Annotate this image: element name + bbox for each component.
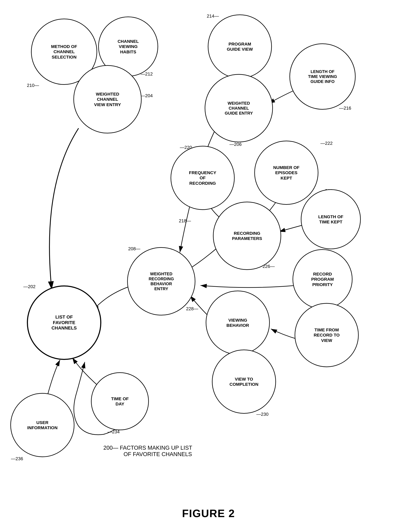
- ref-210: 210—: [27, 83, 39, 88]
- figure-caption: FIGURE 2: [182, 507, 235, 520]
- program-guide-label: PROGRAMGUIDE VIEW: [225, 39, 255, 54]
- list-favorite-label: LIST OFFAVORITECHANNELS: [49, 312, 79, 333]
- recording-params-label: RECORDINGPARAMETERS: [230, 229, 264, 243]
- frequency-recording-label: FREQUENCYOFRECORDING: [187, 168, 218, 188]
- ref-206: —206: [229, 142, 242, 147]
- weighted-channel-guide-node: WEIGHTEDCHANNELGUIDE ENTRY: [205, 74, 273, 142]
- length-time-kept-node: LENGTH OFTIME KEPT: [301, 189, 361, 249]
- ref-228: 228—: [186, 306, 198, 311]
- length-time-viewing-node: LENGTH OFTIME VIEWINGGUIDE INFO: [290, 43, 355, 110]
- method-channel-label: METHOD OFCHANNELSELECTION: [49, 42, 79, 62]
- ref-216: —216: [339, 106, 351, 111]
- list-favorite-channels-node: LIST OFFAVORITECHANNELS: [27, 286, 101, 360]
- length-time-kept-label: LENGTH OFTIME KEPT: [316, 212, 345, 226]
- viewing-behavior-node: VIEWINGBEHAVIOR: [206, 291, 270, 355]
- num-episodes-node: NUMBER OFEPISODESKEPT: [254, 141, 318, 205]
- weighted-channel-view-label: WEIGHTEDCHANNELVIEW ENTRY: [92, 89, 123, 109]
- figure-label: FIGURE 2: [182, 507, 235, 520]
- ref-208: 208—: [128, 246, 140, 252]
- view-to-completion-node: VIEW TOCOMPLETION: [212, 350, 276, 414]
- ref-230: —230: [256, 412, 269, 417]
- weighted-channel-view-node: WEIGHTEDCHANNELVIEW ENTRY: [73, 65, 142, 133]
- user-information-label: USERINFORMATION: [25, 418, 60, 432]
- time-from-record-label: TIME FROMRECORD TOVIEW: [312, 325, 342, 345]
- record-program-priority-label: RECORDPROGRAMPRIORITY: [309, 269, 336, 289]
- recording-params-node: RECORDINGPARAMETERS: [213, 202, 281, 270]
- time-of-day-label: TIME OFDAY: [109, 394, 131, 408]
- ref-204: —204: [141, 93, 153, 98]
- ref-222: —222: [321, 141, 333, 146]
- program-guide-view-node: PROGRAMGUIDE VIEW: [208, 14, 272, 79]
- frequency-recording-node: FREQUENCYOFRECORDING: [171, 146, 235, 210]
- ref-202: —202: [23, 284, 36, 289]
- factors-label: 200— FACTORS MAKING UP LIST OF FAVORITE …: [103, 445, 192, 458]
- viewing-behavior-label: VIEWINGBEHAVIOR: [224, 315, 251, 330]
- channel-viewing-label: CHANNELVIEWINGHABITS: [116, 37, 141, 56]
- ref-214: 214—: [207, 13, 219, 19]
- time-of-day-node: TIME OFDAY: [91, 372, 149, 430]
- ref-200: 200—: [103, 445, 118, 451]
- weighted-channel-guide-label: WEIGHTEDCHANNELGUIDE ENTRY: [223, 99, 255, 118]
- view-to-completion-label: VIEW TOCOMPLETION: [227, 374, 261, 389]
- length-time-viewing-label: LENGTH OFTIME VIEWINGGUIDE INFO: [306, 67, 339, 86]
- user-information-node: USERINFORMATION: [10, 393, 74, 457]
- record-program-priority-node: RECORDPROGRAMPRIORITY: [292, 249, 353, 309]
- ref-236: —236: [11, 456, 23, 461]
- ref-218: 218—: [179, 218, 191, 223]
- time-from-record-node: TIME FROMRECORD TOVIEW: [295, 303, 359, 367]
- num-episodes-label: NUMBER OFEPISODESKEPT: [271, 163, 302, 183]
- weighted-recording-label: WEIGHTEDRECORDINGBEHAVIORENTRY: [146, 269, 176, 293]
- diagram: METHOD OFCHANNELSELECTION 210— CHANNELVI…: [0, 0, 417, 532]
- weighted-recording-node: WEIGHTEDRECORDINGBEHAVIORENTRY: [127, 247, 195, 315]
